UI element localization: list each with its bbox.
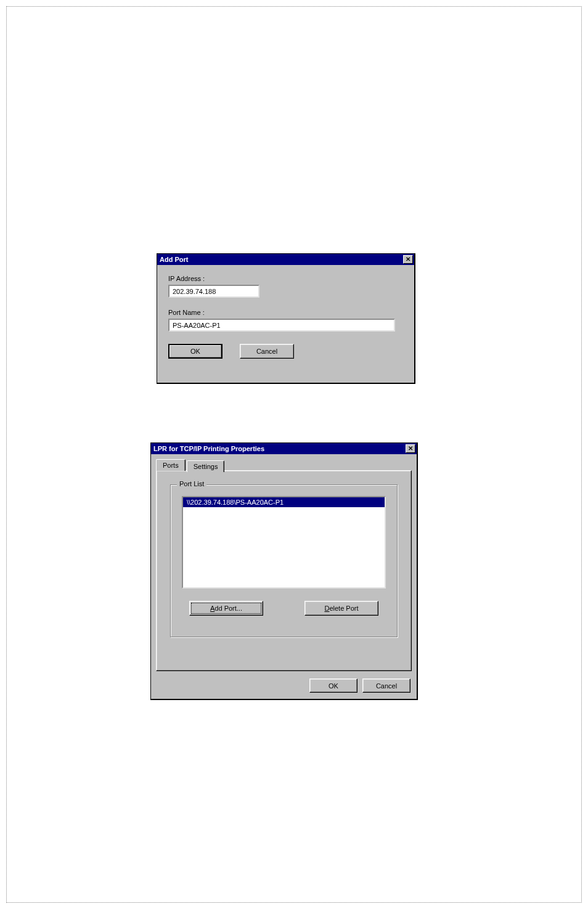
lpr-body: Ports Settings Port List \\202.39.74.188…	[151, 454, 417, 699]
port-name-label: Port Name :	[168, 309, 403, 316]
tab-panel-ports: Port List \\202.39.74.188\PS-AA20AC-P1 A…	[156, 470, 412, 671]
tab-ports[interactable]: Ports	[156, 459, 186, 471]
port-list-legend: Port List	[177, 480, 206, 487]
add-port-button[interactable]: Add Port...	[189, 601, 263, 616]
add-port-titlebar[interactable]: Add Port ✕	[157, 254, 414, 265]
cancel-button-label: Cancel	[376, 682, 397, 690]
close-icon[interactable]: ✕	[403, 255, 413, 264]
port-name-input[interactable]	[168, 319, 395, 332]
add-port-title: Add Port	[160, 256, 403, 263]
cancel-button[interactable]: Cancel	[240, 344, 294, 359]
ip-address-label: IP Address :	[168, 275, 403, 282]
add-port-button-label: Add Port...	[210, 605, 242, 612]
port-list-button-row: Add Port... Delete Port	[182, 601, 386, 616]
delete-port-button-label: Delete Port	[324, 605, 358, 612]
lpr-title: LPR for TCP/IP Printing Properties	[153, 445, 406, 452]
tab-settings-label: Settings	[194, 463, 218, 470]
delete-port-button[interactable]: Delete Port	[304, 601, 378, 616]
ok-button[interactable]: OK	[168, 344, 223, 359]
ip-address-input[interactable]	[168, 285, 259, 298]
tab-ports-label: Ports	[163, 462, 179, 469]
close-icon[interactable]: ✕	[406, 444, 415, 453]
ok-button-label: OK	[190, 348, 200, 355]
add-port-body: IP Address : Port Name : OK Cancel	[157, 265, 414, 367]
tab-strip: Ports Settings	[156, 459, 412, 471]
ok-button-label: OK	[329, 682, 338, 690]
lpr-bottom-button-row: OK Cancel	[156, 679, 412, 693]
cancel-button-label: Cancel	[256, 348, 277, 355]
cancel-button[interactable]: Cancel	[362, 679, 410, 693]
ok-button[interactable]: OK	[309, 679, 357, 693]
add-port-button-row: OK Cancel	[168, 344, 403, 359]
list-item[interactable]: \\202.39.74.188\PS-AA20AC-P1	[183, 497, 385, 507]
tab-settings[interactable]: Settings	[187, 460, 225, 472]
lpr-titlebar[interactable]: LPR for TCP/IP Printing Properties ✕	[151, 443, 417, 454]
lpr-properties-dialog: LPR for TCP/IP Printing Properties ✕ Por…	[150, 442, 418, 700]
add-port-dialog: Add Port ✕ IP Address : Port Name : OK C…	[157, 253, 415, 384]
port-list-listbox[interactable]: \\202.39.74.188\PS-AA20AC-P1	[182, 496, 386, 589]
port-list-groupbox: Port List \\202.39.74.188\PS-AA20AC-P1 A…	[170, 484, 398, 637]
